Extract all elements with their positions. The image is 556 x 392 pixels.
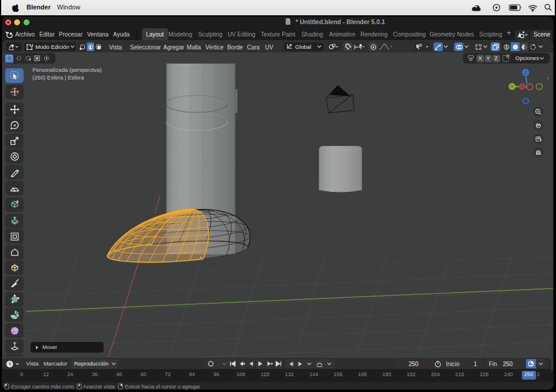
svg-text:Z: Z xyxy=(524,71,527,75)
svg-text:Y: Y xyxy=(511,85,514,89)
svg-text:X: X xyxy=(521,85,524,89)
